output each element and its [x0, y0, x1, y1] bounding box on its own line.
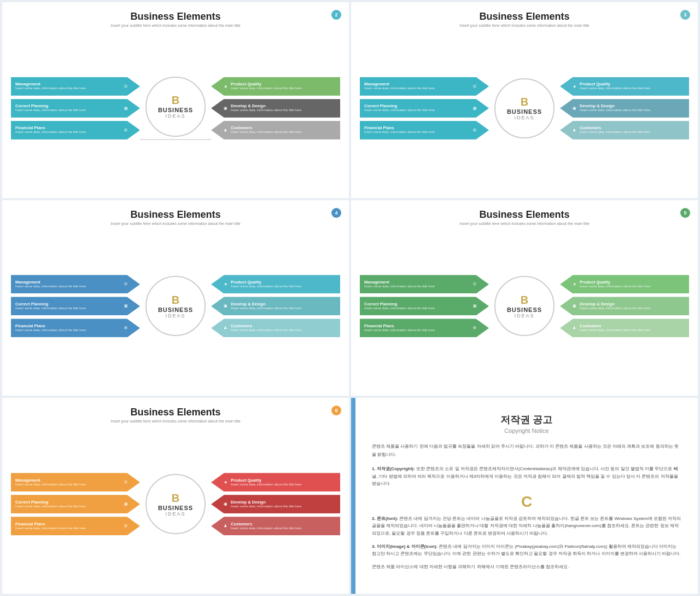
copyright-slide: 저작권 공고 Copyright Notice 콘텐츠 제품을 사용하기 전에 …	[351, 398, 698, 594]
slide-5: 6 Business Elements Insert your subtitle…	[2, 398, 349, 594]
financial-icon-5: ⊞	[120, 520, 131, 531]
right-items-1: ◈ Product Quality Insert some data, info…	[211, 77, 340, 140]
slide-subtitle-1: Insert your subtitle here which includes…	[11, 24, 340, 27]
list-item: ▣ Develop & Design Insert some data, inf…	[560, 99, 689, 118]
copyright-title-kr: 저작권 공고	[372, 413, 681, 426]
copyright-c-icon: C	[521, 493, 532, 510]
slide-number-2: 3	[680, 10, 690, 20]
slide-number-1: 2	[331, 10, 341, 20]
center-circle-5: B BUSINESS IDEAS	[145, 474, 206, 534]
copyright-intro: 콘텐츠 제품을 사용하기 전에 다음의 법규를 숙정들을 자세히 읽어 주시기 …	[372, 443, 681, 459]
list-item: Correct Planning Insert some data, infor…	[11, 99, 140, 118]
infographic-4: Management Insert some data, information…	[360, 231, 689, 382]
list-item: Correct Planning Insert some data, infor…	[360, 296, 489, 316]
copyright-title-en: Copyright Notice	[372, 427, 681, 434]
infographic-2: Management Insert some data, information…	[360, 33, 689, 184]
infographic-5: Management Insert some data, information…	[11, 429, 340, 580]
planning-icon-4: ▦	[469, 300, 480, 311]
list-item: ♟ Customers Insert some data, informatio…	[560, 318, 689, 338]
list-item: ♟ Customers Insert some data, informatio…	[211, 120, 340, 140]
copyright-section-2: 2. 폰트(font): 콘텐츠 내에 담겨지는 건당 폰트는 네이버 나눔글꼴…	[372, 515, 681, 537]
left-items-3: Management Insert some data, information…	[11, 274, 140, 338]
list-item: Management Insert some data, information…	[360, 274, 489, 294]
arrow-management-1: Management Insert some data, information…	[11, 77, 140, 96]
quality-icon-2: ◈	[569, 81, 580, 92]
arrow-customers-1: ♟ Customers Insert some data, informatio…	[211, 121, 340, 140]
arrow-quality-1: ◈ Product Quality Insert some data, info…	[211, 77, 340, 96]
list-item: ▣ Develop & Design Insert some data, inf…	[211, 296, 340, 316]
slide-4: 5 Business Elements Insert your subtitle…	[351, 200, 698, 396]
center-circle-3: B BUSINESS IDEAS	[145, 276, 206, 336]
copyright-section-1: 1. 저작권(Copyright): 또한 콘텐츠의 소유 및 저작권은 콘텐츠…	[372, 465, 681, 488]
copyright-footer: 콘텐츠 제품 라이선스에 대한 자세한 사항을 괴해하기 위해에서 기재된 콘텐…	[372, 563, 681, 571]
planning-icon-5: ▦	[120, 499, 131, 510]
slide-title-5: Business Elements	[11, 407, 340, 418]
list-item: Financial Plans Insert some data, inform…	[11, 120, 140, 140]
slide-subtitle-5: Insert your subtitle here which includes…	[11, 419, 340, 423]
list-item: ◈ Product Quality Insert some data, info…	[211, 274, 340, 294]
arrow-develop-1: ▣ Develop & Design Insert some data, inf…	[211, 99, 340, 118]
list-item: ▣ Develop & Design Insert some data, inf…	[211, 494, 340, 514]
list-item: Financial Plans Insert some data, inform…	[11, 318, 140, 338]
list-item: Management Insert some data, information…	[360, 77, 489, 96]
list-item: Financial Plans Insert some data, inform…	[360, 318, 489, 338]
infographic-1: Management Insert some data, information…	[11, 33, 340, 184]
management-icon-2: ⊟	[469, 81, 480, 92]
list-item: Management Insert some data, information…	[11, 77, 140, 96]
planning-icon-3: ▦	[120, 300, 131, 311]
list-item: Financial Plans Insert some data, inform…	[11, 516, 140, 536]
develop-icon-2: ▣	[569, 103, 580, 114]
list-item: ◈ Product Quality Insert some data, info…	[560, 77, 689, 96]
customers-icon-5: ♟	[220, 520, 231, 531]
list-item: ♟ Customers Insert some data, informatio…	[211, 318, 340, 338]
center-circle-4: B BUSINESS IDEAS	[494, 276, 555, 336]
slide-title-4: Business Elements	[360, 209, 689, 221]
develop-icon-5: ▣	[220, 499, 231, 510]
left-items-2: Management Insert some data, information…	[360, 77, 489, 140]
financial-icon-3: ⊞	[120, 322, 131, 333]
left-items-5: Management Insert some data, information…	[11, 472, 140, 536]
management-icon-5: ⊟	[120, 477, 131, 488]
customers-icon-2: ♟	[569, 125, 580, 136]
slide-3: 4 Business Elements Insert your subtitle…	[2, 200, 349, 396]
list-item: ▣ Develop & Design Insert some data, inf…	[211, 99, 340, 118]
left-items-1: Management Insert some data, information…	[11, 77, 140, 140]
list-item: Financial Plans Insert some data, inform…	[360, 120, 489, 140]
quality-icon-4: ◈	[569, 279, 580, 290]
customers-icon-3: ♟	[220, 322, 231, 333]
list-item: Management Insert some data, information…	[11, 274, 140, 294]
list-item: ◈ Product Quality Insert some data, info…	[560, 274, 689, 294]
develop-icon: ▣	[220, 103, 231, 114]
right-items-3: ◈ Product Quality Insert some data, info…	[211, 274, 340, 338]
quality-icon: ◈	[220, 81, 231, 92]
list-item: ♟ Customers Insert some data, informatio…	[560, 120, 689, 140]
arrow-planning-1: Correct Planning Insert some data, infor…	[11, 99, 140, 118]
arrow-financial-1: Financial Plans Insert some data, inform…	[11, 121, 140, 140]
slide-subtitle-3: Insert your subtitle here which includes…	[11, 222, 340, 225]
management-icon-4: ⊟	[469, 279, 480, 290]
slide-title-2: Business Elements	[360, 11, 689, 22]
quality-icon-3: ◈	[220, 279, 231, 290]
list-item: ◈ Product Quality Insert some data, info…	[211, 77, 340, 96]
management-icon: ⊟	[120, 81, 131, 92]
financial-icon-4: ⊞	[469, 322, 480, 333]
copyright-section-3: 3. 이미지(Image) & 아이콘(Icon): 콘텐츠 내에 담겨지는 이…	[372, 543, 681, 558]
financial-icon: ⊞	[120, 125, 131, 136]
right-items-4: ◈ Product Quality Insert some data, info…	[560, 274, 689, 338]
list-item: Correct Planning Insert some data, infor…	[360, 99, 489, 118]
list-item: Management Insert some data, information…	[11, 472, 140, 492]
develop-icon-3: ▣	[220, 300, 231, 311]
slide-subtitle-2: Insert your subtitle here which includes…	[360, 24, 689, 27]
list-item: Correct Planning Insert some data, infor…	[11, 494, 140, 514]
planning-icon-2: ▦	[469, 103, 480, 114]
list-item: ◈ Product Quality Insert some data, info…	[211, 472, 340, 492]
customers-icon-4: ♟	[569, 322, 580, 333]
quality-icon-5: ◈	[220, 477, 231, 488]
slide-title-3: Business Elements	[11, 209, 340, 221]
planning-icon: ▦	[120, 103, 131, 114]
list-item: ♟ Customers Insert some data, informatio…	[211, 516, 340, 536]
right-items-5: ◈ Product Quality Insert some data, info…	[211, 472, 340, 536]
develop-icon-4: ▣	[569, 300, 580, 311]
slide-2: 3 Business Elements Insert your subtitle…	[351, 2, 698, 198]
slide-subtitle-4: Insert your subtitle here which includes…	[360, 222, 689, 225]
